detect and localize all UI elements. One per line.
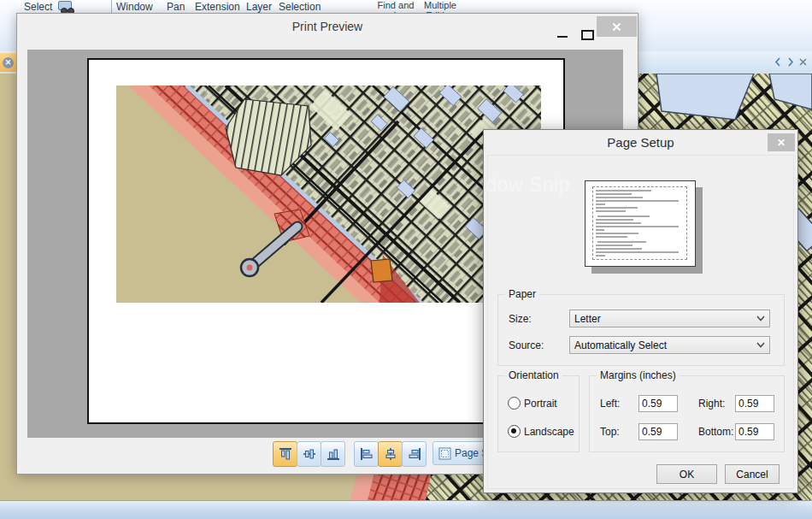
tab-scroll-right-icon[interactable]	[786, 57, 795, 67]
align-top-button[interactable]	[273, 441, 297, 467]
close-icon: ✕	[777, 138, 786, 148]
page-setup-dialog: Page Setup ✕ dow Snip	[483, 129, 798, 493]
paper-source-select[interactable]: Automatically Select	[569, 336, 770, 354]
find-replace-label-1: Find and	[369, 0, 422, 10]
align-right-button[interactable]	[402, 441, 427, 467]
panel-close-button[interactable]: ✕	[0, 53, 16, 72]
margins-group-label: Margins (inches)	[597, 369, 680, 381]
menu-item-layer[interactable]: Layer	[246, 1, 272, 13]
menu-item-select[interactable]: Select	[24, 1, 52, 13]
cancel-button[interactable]: Cancel	[725, 464, 780, 484]
status-bar	[0, 500, 812, 519]
minimize-button-icon[interactable]	[557, 36, 568, 38]
align-middle-button[interactable]	[297, 441, 321, 467]
margin-bottom-input[interactable]	[735, 423, 774, 440]
size-label: Size:	[509, 313, 532, 325]
menu-item-selection[interactable]: Selection	[279, 1, 321, 13]
source-label: Source:	[509, 339, 544, 351]
page-thumbnail-margins	[592, 186, 687, 260]
margin-top-input[interactable]	[638, 423, 678, 440]
dialog-close-button[interactable]: ✕	[768, 133, 795, 151]
align-left-button[interactable]	[354, 441, 379, 467]
align-middle-icon	[303, 447, 316, 461]
paper-group: Paper Size: Letter Source: Automatically…	[497, 294, 785, 366]
paper-size-select[interactable]: Letter	[569, 310, 770, 327]
paper-source-value: Automatically Select	[574, 339, 667, 351]
landscape-label[interactable]: Landscape	[524, 426, 574, 438]
align-left-icon	[360, 447, 374, 461]
ok-button[interactable]: OK	[656, 464, 717, 484]
margin-left-label: Left:	[600, 398, 620, 410]
page-margins-icon	[438, 447, 451, 460]
map-preview-image	[116, 86, 541, 303]
paper-size-value: Letter	[574, 313, 601, 325]
menu-item-extension[interactable]: Extension	[195, 1, 240, 13]
print-preview-title: Print Preview	[17, 20, 638, 33]
maximize-button-icon[interactable]	[581, 30, 594, 40]
portrait-label[interactable]: Portrait	[524, 398, 557, 410]
chevron-down-icon	[756, 316, 765, 321]
align-bottom-icon	[327, 447, 340, 461]
margin-left-input[interactable]	[638, 395, 678, 412]
align-bottom-button[interactable]	[321, 441, 345, 467]
tab-scroll-left-icon[interactable]	[774, 57, 783, 67]
margin-bottom-label: Bottom:	[698, 426, 733, 438]
orientation-group-label: Orientation	[505, 369, 562, 381]
align-right-icon	[408, 447, 421, 461]
menu-item-pan[interactable]: Pan	[167, 1, 185, 13]
menu-item-window[interactable]: Window	[116, 1, 153, 13]
landscape-radio[interactable]	[508, 425, 521, 438]
multiple-edition-label-1: Multiple	[417, 0, 463, 10]
paper-group-label: Paper	[505, 288, 539, 300]
page-thumbnail	[585, 180, 696, 267]
margin-right-label: Right:	[698, 398, 725, 410]
margin-right-input[interactable]	[735, 395, 774, 412]
align-center-button[interactable]	[378, 441, 403, 467]
tab-close-icon[interactable]	[798, 57, 808, 67]
margin-top-label: Top:	[600, 426, 620, 438]
watermark-text: dow Snip	[485, 173, 570, 197]
margins-group: Margins (inches) Left: Right: Top: Botto…	[589, 375, 785, 452]
page-thumbnail-text	[593, 187, 686, 259]
close-icon	[612, 22, 621, 32]
portrait-radio[interactable]	[508, 397, 521, 410]
align-top-icon	[279, 447, 292, 461]
ribbon-separator	[111, 0, 112, 13]
chevron-down-icon	[756, 342, 765, 348]
close-circle-icon: ✕	[3, 57, 14, 68]
page-setup-title: Page Setup	[484, 135, 797, 150]
orientation-group: Orientation Portrait Landscape	[497, 375, 580, 452]
align-center-icon	[384, 447, 397, 461]
close-button[interactable]	[597, 16, 637, 37]
